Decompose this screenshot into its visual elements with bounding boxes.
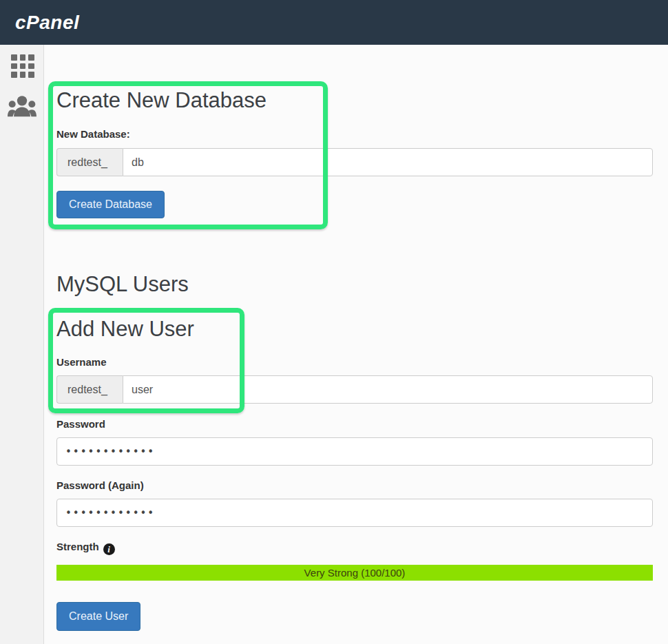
create-user-button[interactable]: Create User [56,602,140,631]
new-database-input-group: redtest_ [56,148,653,176]
password-label: Password [56,418,105,430]
username-input[interactable] [123,375,653,404]
username-label: Username [56,356,107,368]
users-group-icon[interactable] [8,94,36,121]
password-input[interactable] [56,437,653,466]
create-database-title: Create New Database [56,88,267,113]
create-database-button[interactable]: Create Database [56,191,165,218]
password-strength-bar: Very Strong (100/100) [56,565,653,581]
sidebar [0,45,44,644]
strength-bar-text: Very Strong (100/100) [304,567,406,579]
mysql-databases-page: cPanel Create New Database [0,0,668,644]
info-icon[interactable]: i [103,543,115,555]
apps-grid-icon[interactable] [11,54,34,78]
username-prefix: redtest_ [56,375,123,404]
mysql-users-title: MySQL Users [56,272,189,297]
password-again-label: Password (Again) [56,479,144,491]
cpanel-logo[interactable]: cPanel [15,12,79,34]
add-new-user-title: Add New User [56,317,194,342]
top-navbar: cPanel [0,0,668,45]
new-database-label: New Database: [56,128,130,140]
new-database-input[interactable] [123,148,653,176]
database-prefix: redtest_ [56,148,123,176]
username-input-group: redtest_ [56,375,653,404]
password-again-input[interactable] [56,499,653,527]
strength-label-text: Strength [56,541,99,552]
strength-label: Strengthi [56,541,115,555]
